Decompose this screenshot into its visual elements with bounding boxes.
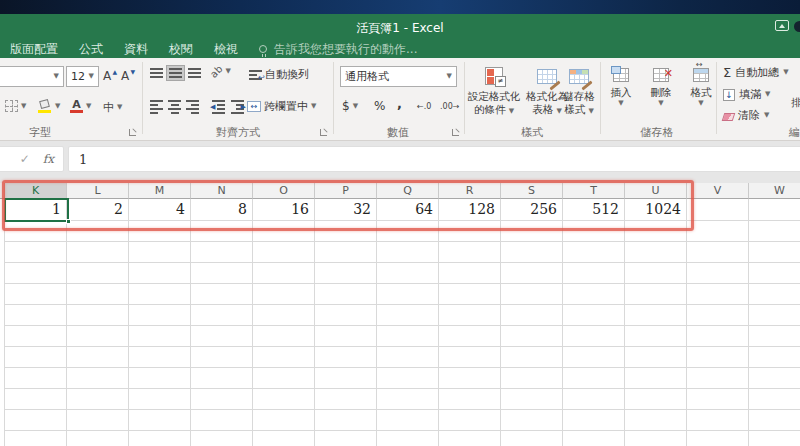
grid-cell[interactable] (5, 242, 67, 263)
align-left-button[interactable] (150, 100, 163, 114)
font-dialog-launcher-icon[interactable] (129, 128, 137, 136)
grid-cell[interactable] (749, 305, 800, 326)
grid-cell[interactable] (625, 305, 687, 326)
grid-cell[interactable] (687, 221, 749, 242)
alignment-dialog-launcher-icon[interactable] (320, 128, 328, 136)
grid-cell[interactable] (749, 410, 800, 431)
ribbon-tab[interactable]: 公式 (79, 41, 103, 58)
grid-cell[interactable] (377, 221, 439, 242)
grid-cell[interactable] (439, 347, 501, 368)
grid-cell[interactable] (687, 242, 749, 263)
grid-cell[interactable] (253, 410, 315, 431)
grid-cell[interactable] (129, 431, 191, 446)
grid-cell[interactable] (501, 284, 563, 305)
grid-cell[interactable] (191, 389, 253, 410)
merge-center-button[interactable]: ↔ 跨欄置中 ▼ (247, 99, 316, 114)
align-right-button[interactable] (186, 100, 199, 114)
grid-cell[interactable] (191, 305, 253, 326)
grid-cell[interactable] (687, 284, 749, 305)
grid-cell[interactable] (501, 221, 563, 242)
grid-cell[interactable] (563, 221, 625, 242)
grid-cell[interactable] (315, 221, 377, 242)
grid-cell[interactable] (5, 368, 67, 389)
grid-cell[interactable] (67, 389, 129, 410)
grid-cell[interactable] (129, 305, 191, 326)
grid-cell[interactable] (377, 410, 439, 431)
percent-style-button[interactable]: % (374, 99, 385, 113)
grid-cell[interactable] (687, 410, 749, 431)
grid-cell[interactable] (749, 242, 800, 263)
increase-font-size-button[interactable]: A▲ (103, 70, 111, 82)
column-header-L[interactable]: L (67, 183, 129, 199)
grid-cell[interactable] (501, 263, 563, 284)
number-format-combobox[interactable]: 通用格式 ▼ (340, 66, 457, 87)
grid-cell[interactable] (749, 431, 800, 446)
cell-styles-button[interactable]: 儲存格 樣式 ▼ (558, 64, 600, 136)
orientation-button[interactable]: ab ▼ (210, 66, 231, 77)
grid-cell[interactable] (253, 368, 315, 389)
grid-cell[interactable] (5, 221, 67, 242)
grid-cell[interactable] (749, 284, 800, 305)
grid-cell[interactable] (439, 368, 501, 389)
grid-cell[interactable] (439, 305, 501, 326)
grid-cell[interactable] (315, 326, 377, 347)
formula-input[interactable]: 1 (68, 146, 800, 172)
grid-cell[interactable] (563, 431, 625, 446)
grid-cell[interactable] (315, 431, 377, 446)
grid-cell[interactable] (253, 242, 315, 263)
column-header-Q[interactable]: Q (377, 183, 439, 199)
grid-cell[interactable] (625, 347, 687, 368)
grid-cell[interactable] (253, 284, 315, 305)
grid-cell[interactable] (501, 410, 563, 431)
accounting-format-button[interactable]: $ ▼ (342, 99, 358, 113)
decrease-decimal-button[interactable]: .00→ (440, 102, 459, 111)
grid-cell[interactable] (501, 242, 563, 263)
column-header-R[interactable]: R (439, 183, 501, 199)
grid-cell[interactable] (315, 284, 377, 305)
grid-cell[interactable] (687, 305, 749, 326)
grid-cell[interactable] (563, 347, 625, 368)
grid-cell[interactable] (377, 368, 439, 389)
grid-cell[interactable] (501, 368, 563, 389)
grid-cell[interactable] (191, 431, 253, 446)
grid-cell[interactable] (749, 199, 800, 221)
ribbon-tab[interactable]: 資料 (124, 41, 148, 58)
grid-cell[interactable] (687, 263, 749, 284)
grid-cell[interactable] (439, 431, 501, 446)
grid-cell[interactable] (501, 326, 563, 347)
grid-cell[interactable]: 1024 (625, 199, 687, 221)
column-header-W[interactable]: W (749, 183, 800, 199)
grid-cell[interactable] (129, 347, 191, 368)
grid-cell[interactable] (315, 263, 377, 284)
grid-cell[interactable] (67, 242, 129, 263)
grid-cell[interactable] (625, 368, 687, 389)
grid-cell[interactable] (749, 326, 800, 347)
grid-cell[interactable]: 64 (377, 199, 439, 221)
grid-cell[interactable] (439, 242, 501, 263)
grid-cell[interactable] (5, 410, 67, 431)
align-bottom-button[interactable] (188, 68, 201, 78)
grid-cell[interactable]: 256 (501, 199, 563, 221)
grid-cell[interactable] (253, 263, 315, 284)
align-middle-button[interactable] (166, 65, 185, 81)
decrease-font-size-button[interactable]: A▼ (121, 70, 129, 82)
grid-cell[interactable] (687, 431, 749, 446)
grid-cell[interactable]: 32 (315, 199, 377, 221)
grid-cell[interactable] (67, 347, 129, 368)
grid-cell[interactable] (439, 263, 501, 284)
grid-cell[interactable] (129, 242, 191, 263)
grid-cell[interactable] (67, 410, 129, 431)
grid-cell[interactable] (377, 431, 439, 446)
grid-cell[interactable] (67, 305, 129, 326)
grid-cell[interactable] (439, 410, 501, 431)
grid-cell[interactable] (5, 326, 67, 347)
grid-cell[interactable] (67, 284, 129, 305)
grid-cell[interactable] (687, 199, 749, 221)
grid-cell[interactable] (687, 347, 749, 368)
clear-button[interactable]: 清除 ▼ (723, 108, 769, 123)
grid-cell[interactable] (253, 305, 315, 326)
column-header-U[interactable]: U (625, 183, 687, 199)
grid-cell[interactable]: 2 (67, 199, 129, 221)
grid-cell[interactable] (563, 389, 625, 410)
column-header-P[interactable]: P (315, 183, 377, 199)
